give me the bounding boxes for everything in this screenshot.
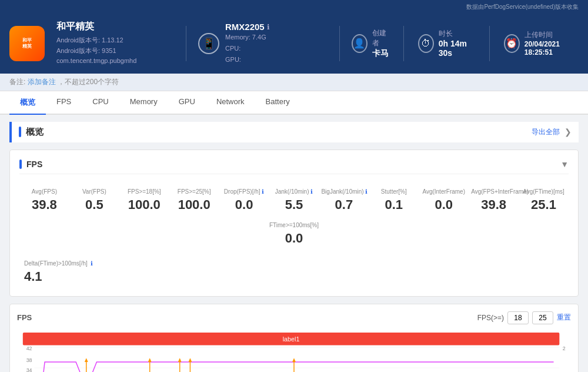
cpu-label: CPU: <box>225 43 270 54</box>
svg-text:2: 2 <box>563 346 566 351</box>
device-specs: Memory: 7.4G CPU: GPU: <box>225 32 270 65</box>
stat-fps-25: FPS>=25[%] 100.0 <box>169 184 219 217</box>
stat-avg-interframe: Avg(InterFrame) 0.0 <box>419 184 469 217</box>
tab-gpu[interactable]: GPU <box>168 91 206 115</box>
tab-battery[interactable]: Battery <box>255 91 300 115</box>
device-icon: 📱 <box>198 33 219 54</box>
device-section: 📱 RMX2205 ℹ Memory: 7.4G CPU: GPU: <box>198 22 328 65</box>
stat-stutter: Stutter[%] 0.1 <box>369 184 419 217</box>
creator-info: 创建者 卡马 <box>372 28 389 59</box>
expand-icon[interactable]: ❯ <box>564 127 572 137</box>
svg-marker-23 <box>85 358 88 362</box>
reset-button[interactable]: 重置 <box>557 313 571 323</box>
chart-header: FPS FPS(>=) 重置 <box>17 311 571 324</box>
tab-overview[interactable]: 概览 <box>9 91 46 115</box>
app-name: 和平精英 <box>56 21 174 33</box>
stat-avg-fps-interframe: Avg(FPS+InterFrame) 39.8 <box>469 184 519 217</box>
creator-label: 创建者 <box>372 28 389 48</box>
chart-title: FPS <box>17 313 32 322</box>
chart-area: label1 2 0 42 38 34 29 25 21 17 13 <box>17 329 571 372</box>
duration-value: 0h 14m 30s <box>439 39 475 58</box>
divider2 <box>339 26 340 61</box>
stat-avg-ftime: Avg(FTime)[ms] 25.1 <box>519 184 569 217</box>
app-info: 和平精英 Android版本号: 1.13.12 Android版本号: 935… <box>56 21 174 67</box>
data-source-label: 数据由PerfDogService(undefined)版本收集 <box>466 4 579 10</box>
remark-link[interactable]: 添加备注 <box>28 78 56 86</box>
android-sdk: Android版本号: 9351 <box>56 46 174 57</box>
svg-marker-25 <box>148 358 152 362</box>
svg-marker-31 <box>292 358 296 362</box>
fps-card-header: FPS ▼ <box>19 160 569 174</box>
svg-marker-27 <box>178 358 182 362</box>
duration-info: 时长 0h 14m 30s <box>439 29 475 58</box>
fps-card-toggle[interactable]: ▼ <box>560 160 569 169</box>
tab-cpu[interactable]: CPU <box>82 91 119 115</box>
delta-label: Delta(FTime)>100ms[/h] ℹ <box>24 260 564 267</box>
fps-stats-card: FPS ▼ Avg(FPS) 39.8 Var(FPS) 0.5 FPS>=18… <box>9 150 579 297</box>
stat-jank: Jank(/10min) ℹ 5.5 <box>269 184 319 217</box>
fps-stats-row: Avg(FPS) 39.8 Var(FPS) 0.5 FPS>=18[%] 10… <box>19 184 569 251</box>
fps-gte-label: FPS(>=) <box>477 314 504 322</box>
upload-label: 上传时间 <box>524 30 579 40</box>
app-icon: 和平精英 <box>9 26 45 61</box>
upload-icon: ⏰ <box>504 34 520 53</box>
fps-input-18[interactable] <box>507 311 529 324</box>
svg-text:34: 34 <box>26 367 32 372</box>
divider4 <box>489 26 490 61</box>
stat-var-fps: Var(FPS) 0.5 <box>69 184 119 217</box>
fps-svg-chart: label1 2 0 42 38 34 29 25 21 17 13 <box>17 329 571 372</box>
upload-section: ⏰ 上传时间 20/04/2021 18:25:51 <box>504 30 579 57</box>
app-header: 和平精英 和平精英 Android版本号: 1.13.12 Android版本号… <box>0 14 588 74</box>
creator-icon: 👤 <box>352 34 368 53</box>
stat-drop-fps: Drop(FPS)[/h] ℹ 0.0 <box>219 184 269 217</box>
remark-suffix: ，不超过200个字符 <box>58 78 119 86</box>
delta-value: 4.1 <box>24 269 564 284</box>
tab-memory[interactable]: Memory <box>119 91 168 115</box>
meta-sections: 👤 创建者 卡马 ⏱ 时长 0h 14m 30s <box>352 26 579 61</box>
duration-label: 时长 <box>439 29 475 39</box>
stat-avg-fps: Avg(FPS) 39.8 <box>19 184 69 217</box>
nav-tabs: 概览 FPS CPU Memory GPU Network Battery <box>0 91 588 115</box>
gpu-label: GPU: <box>225 54 270 65</box>
stat-fps-18: FPS>=18[%] 100.0 <box>119 184 169 217</box>
duration-icon: ⏱ <box>418 34 434 53</box>
tab-network[interactable]: Network <box>206 91 255 115</box>
export-button[interactable]: 导出全部 <box>532 127 560 137</box>
stat-bigjank: BigJank(/10min) ℹ 0.7 <box>319 184 369 217</box>
fps-title-bar <box>19 160 22 169</box>
svg-marker-29 <box>188 358 192 362</box>
stat-ftime-100: FTime>=100ms[%] 0.0 <box>19 217 569 251</box>
memory-label: Memory: 7.4G <box>225 32 270 43</box>
upload-value: 20/04/2021 18:25:51 <box>524 40 579 57</box>
package-name: com.tencent.tmgp.pubgmhd <box>56 56 174 67</box>
divider3 <box>403 26 404 61</box>
phone-icon: 📱 <box>202 37 215 50</box>
fps-chart-container: FPS FPS(>=) 重置 label1 2 0 <box>9 304 579 372</box>
main-content: 概览 导出全部 ❯ FPS ▼ Avg(FPS) 39.8 Var(FPS) 0… <box>0 115 588 372</box>
divider <box>186 26 186 61</box>
delta-section: Delta(FTime)>100ms[/h] ℹ 4.1 <box>19 258 569 287</box>
android-version: Android版本号: 1.13.12 <box>56 35 174 46</box>
section-header: 概览 导出全部 ❯ <box>9 122 579 142</box>
fps-controls: FPS(>=) 重置 <box>477 311 571 324</box>
tab-fps[interactable]: FPS <box>46 91 82 115</box>
duration-section: ⏱ 时长 0h 14m 30s <box>418 29 475 58</box>
svg-text:label1: label1 <box>283 335 300 342</box>
section-title-bar <box>19 127 21 137</box>
app-details: Android版本号: 1.13.12 Android版本号: 9351 com… <box>56 35 174 67</box>
section-title: 概览 <box>26 127 44 138</box>
device-info: RMX2205 ℹ Memory: 7.4G CPU: GPU: <box>225 22 270 65</box>
delta-info-icon: ℹ <box>91 260 93 267</box>
upload-info: 上传时间 20/04/2021 18:25:51 <box>524 30 579 57</box>
remark-bar: 备注: 添加备注 ，不超过200个字符 <box>0 74 588 91</box>
creator-section: 👤 创建者 卡马 <box>352 28 389 59</box>
creator-value: 卡马 <box>372 48 389 59</box>
fps-card-title: FPS <box>26 160 42 169</box>
fps-input-25[interactable] <box>532 311 553 324</box>
svg-text:42: 42 <box>26 346 32 351</box>
device-name: RMX2205 <box>225 22 265 32</box>
svg-text:38: 38 <box>26 357 32 363</box>
remark-prefix: 备注: <box>9 78 25 86</box>
device-info-icon: ℹ <box>267 23 270 31</box>
